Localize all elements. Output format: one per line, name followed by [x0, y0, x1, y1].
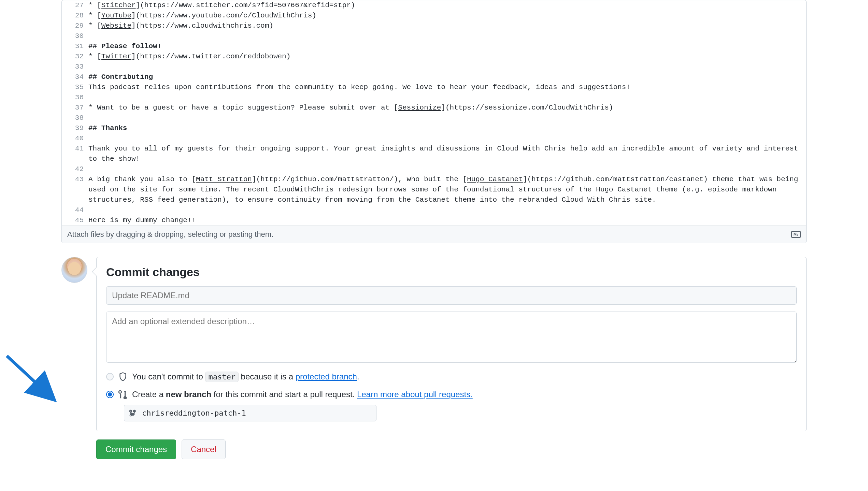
- commit-heading: Commit changes: [106, 265, 797, 279]
- markdown-icon[interactable]: M↓: [791, 231, 801, 238]
- git-branch-icon: [129, 409, 137, 417]
- branch-badge: master: [205, 372, 238, 382]
- attach-hint-text: Attach files by dragging & dropping, sel…: [67, 230, 273, 239]
- commit-description-input[interactable]: [106, 312, 797, 363]
- user-avatar: [61, 257, 87, 283]
- svg-point-3: [130, 414, 131, 416]
- commit-new-branch-option[interactable]: Create a new branch for this commit and …: [106, 390, 797, 399]
- shield-icon: [118, 372, 127, 381]
- commit-changes-button[interactable]: Commit changes: [96, 439, 176, 459]
- protected-branch-text: You can't commit to master because it is…: [132, 372, 359, 381]
- line-number-gutter: 27282930313233343536373839404142434445: [62, 0, 88, 226]
- commit-summary-input[interactable]: [106, 286, 797, 305]
- commit-changes-panel: Commit changes You can't commit to maste…: [96, 257, 807, 431]
- code-content[interactable]: * [Stitcher](https://www.stitcher.com/s?…: [88, 0, 806, 226]
- attach-files-bar[interactable]: Attach files by dragging & dropping, sel…: [62, 226, 806, 243]
- branch-name-field[interactable]: [124, 405, 376, 421]
- git-pull-request-icon: [118, 390, 127, 399]
- svg-line-0: [7, 356, 55, 400]
- protected-branch-link[interactable]: protected branch: [296, 372, 357, 381]
- radio-commit-direct: [106, 373, 114, 380]
- file-editor: 27282930313233343536373839404142434445 *…: [61, 0, 807, 243]
- annotation-arrow: [3, 342, 72, 410]
- new-branch-text: Create a new branch for this commit and …: [132, 390, 473, 399]
- branch-name-input[interactable]: [141, 408, 370, 418]
- cancel-button[interactable]: Cancel: [182, 439, 226, 459]
- commit-direct-option: You can't commit to master because it is…: [106, 372, 797, 381]
- radio-new-branch[interactable]: [106, 391, 114, 398]
- learn-pull-requests-link[interactable]: Learn more about pull requests.: [357, 390, 473, 399]
- code-editor[interactable]: 27282930313233343536373839404142434445 *…: [62, 0, 806, 226]
